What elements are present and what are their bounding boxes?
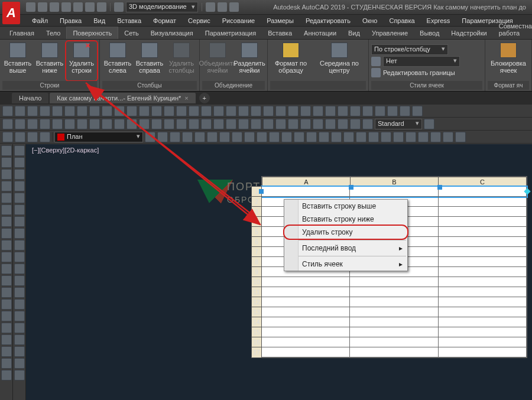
tool-button[interactable] <box>139 106 150 116</box>
tool-button[interactable] <box>151 106 162 116</box>
tool-button[interactable] <box>325 119 336 129</box>
redo-icon[interactable] <box>97 2 106 12</box>
tool-button[interactable] <box>325 106 336 116</box>
tool-button[interactable] <box>14 145 25 156</box>
ctx-insert-above[interactable]: Вставить строку выше <box>284 200 407 213</box>
tool-button[interactable] <box>1 204 12 215</box>
grip[interactable] <box>259 189 264 194</box>
tool-button[interactable] <box>281 132 292 142</box>
tool-button[interactable] <box>15 132 25 142</box>
ribtab-output[interactable]: Вывод <box>414 27 445 39</box>
tool-button[interactable] <box>306 132 317 142</box>
tool-button[interactable] <box>244 132 255 142</box>
tool-button[interactable] <box>1 370 12 381</box>
tool-button[interactable] <box>207 132 218 142</box>
tool-button[interactable] <box>27 106 38 116</box>
tool-button[interactable] <box>300 106 311 116</box>
tool-button[interactable] <box>381 132 391 142</box>
tool-button[interactable] <box>14 252 25 262</box>
tool-button[interactable] <box>1 157 12 168</box>
tool-button[interactable] <box>251 106 261 116</box>
tool-button[interactable] <box>14 334 25 345</box>
delete-rows-button[interactable]: ✕Удалить строки <box>66 41 97 80</box>
close-icon[interactable]: × <box>184 95 188 102</box>
save-icon[interactable] <box>50 2 59 12</box>
ribtab-collab[interactable]: Совместная работа <box>493 20 532 39</box>
insert-col-left-button[interactable]: Вставить слева <box>102 41 133 80</box>
tool-button[interactable] <box>424 119 434 129</box>
menu-file[interactable]: Файл <box>26 15 54 26</box>
tool-button[interactable] <box>14 228 25 239</box>
tool-button[interactable] <box>201 106 212 116</box>
tool-button[interactable] <box>194 132 205 142</box>
ctx-cell-style[interactable]: Стиль ячеек <box>284 258 407 271</box>
saveas-icon[interactable] <box>61 2 71 12</box>
tool-button[interactable] <box>313 106 323 116</box>
tool-button[interactable] <box>232 132 242 142</box>
table-row[interactable]: 12 <box>262 297 527 307</box>
tool-button[interactable] <box>406 132 416 142</box>
ctx-delete-row[interactable]: Удалить строку <box>284 226 407 239</box>
tool-button[interactable] <box>15 119 25 129</box>
ribtab-mesh[interactable]: Сеть <box>118 27 144 39</box>
col-header[interactable]: C <box>439 177 527 187</box>
layer-select[interactable]: План <box>54 132 143 142</box>
table-row[interactable]: 11 <box>262 287 527 297</box>
tool-button[interactable] <box>356 132 366 142</box>
tool-button[interactable] <box>331 132 342 142</box>
tool-button[interactable] <box>288 119 299 129</box>
ribtab-annot[interactable]: Аннотации <box>298 27 342 39</box>
tool-button[interactable] <box>400 106 410 116</box>
dropdown-icon[interactable] <box>229 2 239 12</box>
table-row[interactable]: 1 <box>262 187 527 197</box>
tool-button[interactable] <box>1 240 12 251</box>
open-icon[interactable] <box>38 2 47 12</box>
menu-view[interactable]: Вид <box>87 15 111 26</box>
menu-help[interactable]: Справка <box>383 15 420 26</box>
tool-button[interactable] <box>226 119 236 129</box>
tool-button[interactable] <box>114 106 125 116</box>
tool-button[interactable] <box>313 119 323 129</box>
tool-button[interactable] <box>1 216 12 227</box>
tool-button[interactable] <box>14 204 25 215</box>
tool-button[interactable] <box>275 119 286 129</box>
tool-button[interactable] <box>455 132 466 142</box>
tool-button[interactable] <box>362 119 373 129</box>
ribtab-home[interactable]: Главная <box>4 27 40 39</box>
tool-button[interactable] <box>176 119 187 129</box>
plot-icon[interactable] <box>73 2 83 12</box>
tool-button[interactable] <box>294 132 304 142</box>
tool-button[interactable] <box>1 323 12 333</box>
ctx-insert-below[interactable]: Вставить строку ниже <box>284 213 407 226</box>
tool-button[interactable] <box>182 132 193 142</box>
ribtab-solid[interactable]: Тело <box>40 27 67 39</box>
ribtab-addon[interactable]: Надстройки <box>445 27 492 39</box>
tool-button[interactable] <box>27 132 38 142</box>
tool-button[interactable] <box>1 287 12 298</box>
tool-button[interactable] <box>226 106 236 116</box>
tool-button[interactable] <box>238 119 249 129</box>
tool-button[interactable] <box>343 132 354 142</box>
menu-service[interactable]: Сервис <box>182 15 216 26</box>
new-icon[interactable] <box>26 2 35 12</box>
table-row[interactable]: 17 <box>262 347 527 357</box>
table-row[interactable]: 13 <box>262 307 527 317</box>
tool-button[interactable] <box>350 119 361 129</box>
tool-button[interactable] <box>1 169 12 180</box>
tool-button[interactable] <box>338 119 348 129</box>
tool-button[interactable] <box>14 323 25 333</box>
drawing-canvas[interactable]: [−][Сверху][2D-каркас] ПОРТИЛ ОБРОНИИ A … <box>26 144 532 400</box>
share-icon[interactable] <box>206 2 215 12</box>
tool-button[interactable] <box>77 106 87 116</box>
tool-button[interactable] <box>14 169 25 180</box>
tool-button[interactable] <box>257 132 267 142</box>
tool-button[interactable] <box>126 119 137 129</box>
tool-button[interactable] <box>164 106 174 116</box>
textstyle-select[interactable]: Standard <box>375 119 422 129</box>
tool-button[interactable] <box>1 252 12 262</box>
tool-button[interactable] <box>443 132 453 142</box>
tool-button[interactable] <box>139 119 150 129</box>
tool-button[interactable] <box>1 228 12 239</box>
new-tab-button[interactable]: + <box>199 93 210 103</box>
tool-button[interactable] <box>114 119 125 129</box>
